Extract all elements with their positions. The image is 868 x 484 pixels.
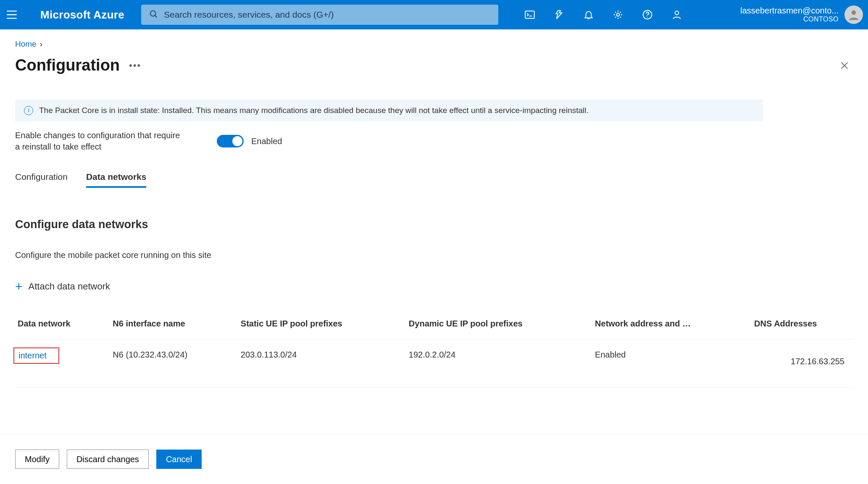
- footer-bar: Modify Discard changes Cancel: [0, 434, 868, 484]
- copilot-icon[interactable]: [544, 0, 574, 29]
- info-bar: i The Packet Core is in install state: I…: [15, 100, 763, 121]
- data-networks-table: Data network N6 interface name Static UE…: [15, 319, 853, 388]
- close-blade-button[interactable]: [836, 57, 853, 74]
- section-title: Configure data networks: [15, 218, 853, 231]
- avatar[interactable]: [844, 5, 863, 24]
- col-nat[interactable]: Network address and …: [592, 319, 752, 340]
- breadcrumb: Home ›: [15, 39, 853, 49]
- search-icon: [149, 9, 158, 21]
- tabstrip: Configuration Data networks: [15, 172, 853, 188]
- toggle-state-label: Enabled: [251, 137, 282, 146]
- page-title: Configuration: [15, 56, 120, 74]
- col-static-ue[interactable]: Static UE IP pool prefixes: [238, 319, 406, 340]
- help-icon[interactable]: [633, 0, 662, 29]
- account-block[interactable]: lassebertrasmen@conto... CONTOSO: [730, 5, 863, 24]
- modify-button[interactable]: Modify: [15, 450, 59, 469]
- cell-static-ue: 203.0.113.0/24: [238, 340, 406, 388]
- svg-point-3: [150, 11, 156, 16]
- col-dynamic-ue[interactable]: Dynamic UE IP pool prefixes: [406, 319, 592, 340]
- cell-n6: N6 (10.232.43.0/24): [110, 340, 238, 388]
- svg-point-10: [675, 11, 679, 15]
- account-email: lassebertrasmen@conto...: [740, 6, 839, 16]
- chevron-right-icon: ›: [40, 39, 42, 49]
- attach-data-network-label: Attach data network: [29, 281, 110, 292]
- hamburger-menu-button[interactable]: [0, 0, 24, 29]
- tab-configuration[interactable]: Configuration: [15, 172, 68, 188]
- info-message: The Packet Core is in install state: Ins…: [39, 106, 589, 115]
- account-tenant: CONTOSO: [740, 16, 839, 23]
- settings-gear-icon[interactable]: [603, 0, 633, 29]
- breadcrumb-home[interactable]: Home: [15, 39, 37, 49]
- col-n6[interactable]: N6 interface name: [110, 319, 238, 340]
- svg-point-7: [617, 13, 620, 16]
- tab-data-networks[interactable]: Data networks: [86, 172, 147, 188]
- global-search-input[interactable]: [164, 10, 491, 20]
- more-actions-button[interactable]: •••: [129, 60, 141, 71]
- col-data-network[interactable]: Data network: [15, 319, 110, 340]
- cell-dynamic-ue: 192.0.2.0/24: [406, 340, 592, 388]
- global-search[interactable]: [141, 5, 498, 25]
- svg-rect-5: [525, 11, 534, 18]
- toggle-label: Enable changes to configuration that req…: [15, 130, 183, 153]
- cancel-button[interactable]: Cancel: [156, 450, 202, 469]
- notifications-icon[interactable]: [574, 0, 603, 29]
- discard-button[interactable]: Discard changes: [67, 450, 149, 469]
- enable-changes-toggle[interactable]: [217, 135, 244, 147]
- cloud-shell-icon[interactable]: [515, 0, 544, 29]
- feedback-icon[interactable]: [662, 0, 692, 29]
- col-dns[interactable]: DNS Addresses: [752, 319, 853, 340]
- table-row: internet N6 (10.232.43.0/24) 203.0.113.0…: [15, 340, 853, 388]
- svg-point-9: [647, 16, 647, 17]
- svg-line-4: [155, 15, 157, 17]
- topbar-icon-strip: [515, 0, 692, 29]
- page-content: Home › Configuration ••• i The Packet Co…: [0, 29, 868, 434]
- brand-label[interactable]: Microsoft Azure: [40, 8, 124, 21]
- svg-point-11: [852, 11, 856, 15]
- plus-icon: +: [15, 280, 23, 293]
- azure-topbar: Microsoft Azure: [0, 0, 868, 29]
- cell-dns: 172.16.63.255: [752, 340, 853, 388]
- info-icon: i: [24, 106, 33, 115]
- cell-nat: Enabled: [592, 340, 752, 388]
- attach-data-network-button[interactable]: + Attach data network: [15, 280, 853, 293]
- section-desc: Configure the mobile packet core running…: [15, 250, 853, 260]
- data-network-link[interactable]: internet: [13, 347, 59, 364]
